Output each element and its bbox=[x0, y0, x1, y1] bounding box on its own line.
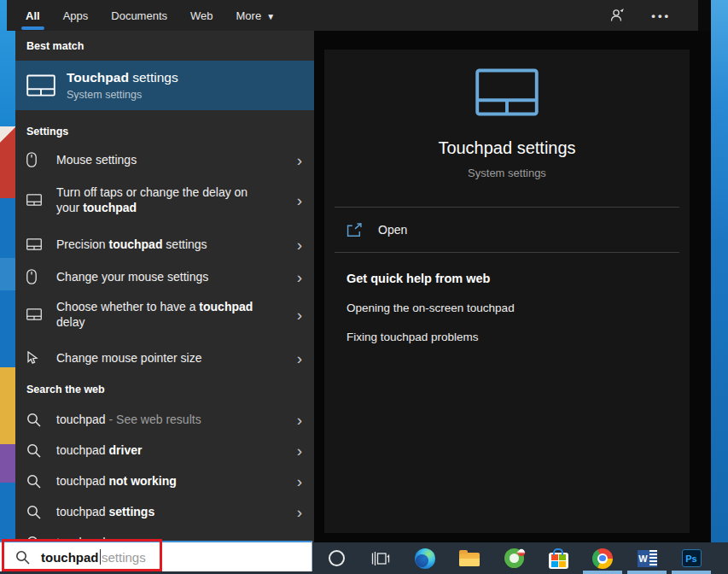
help-link-onscreen-touchpad[interactable]: Opening the on-screen touchpad bbox=[347, 302, 690, 314]
tab-web[interactable]: Web bbox=[190, 9, 213, 22]
web-result-touchpad[interactable]: touchpad - See web results bbox=[15, 404, 314, 435]
tab-all[interactable]: All bbox=[26, 9, 40, 22]
web-result-touchpad-driver[interactable]: touchpad driver bbox=[15, 435, 314, 466]
mouse-icon bbox=[26, 269, 49, 284]
app-partial-icon[interactable] bbox=[713, 542, 728, 574]
chevron-right-icon[interactable] bbox=[297, 307, 302, 323]
section-header-search-web: Search the web bbox=[26, 382, 314, 397]
tab-documents[interactable]: Documents bbox=[111, 9, 167, 22]
more-options-icon[interactable]: ••• bbox=[651, 9, 671, 22]
running-indicator bbox=[672, 571, 711, 574]
section-header-settings: Settings bbox=[26, 124, 314, 139]
chevron-right-icon[interactable] bbox=[297, 192, 302, 208]
taskbar-search-input[interactable]: touchpad settings bbox=[0, 541, 312, 571]
preview-card: Touchpad settings System settings Open G… bbox=[324, 50, 690, 533]
search-icon bbox=[26, 413, 49, 427]
chevron-right-icon[interactable] bbox=[297, 442, 302, 459]
mouse-icon bbox=[26, 152, 49, 167]
search-results-panel: Best match Touchpad settings System sett… bbox=[15, 31, 314, 542]
open-external-icon bbox=[347, 223, 363, 237]
best-match-title: Touchpad settings bbox=[67, 70, 178, 85]
touchpad-icon bbox=[26, 308, 49, 320]
web-result-touchpad-settings[interactable]: touchpad settings bbox=[15, 496, 314, 527]
account-icon[interactable] bbox=[609, 7, 626, 24]
photoshop-icon[interactable]: Ps bbox=[669, 542, 713, 574]
chevron-right-icon[interactable] bbox=[297, 412, 302, 428]
touchpad-icon bbox=[26, 74, 55, 97]
help-header: Get quick help from web bbox=[347, 272, 690, 285]
tab-more[interactable]: More▼ bbox=[236, 9, 276, 22]
search-icon bbox=[15, 550, 30, 565]
text-cursor bbox=[100, 549, 102, 565]
search-icon bbox=[26, 474, 49, 489]
chevron-right-icon[interactable] bbox=[297, 473, 302, 489]
search-inline-suggestion: settings bbox=[102, 550, 146, 565]
task-view-icon[interactable] bbox=[358, 542, 403, 574]
cortana-icon[interactable] bbox=[314, 542, 358, 574]
result-change-mouse-settings[interactable]: Change your mouse settings bbox=[15, 261, 314, 292]
preview-panel: Touchpad settings System settings Open G… bbox=[314, 31, 711, 542]
chevron-right-icon[interactable] bbox=[297, 152, 302, 168]
chevron-right-icon[interactable] bbox=[297, 237, 302, 253]
section-header-best-match: Best match bbox=[26, 38, 314, 54]
chevron-right-icon[interactable] bbox=[297, 269, 302, 285]
chevron-right-icon[interactable] bbox=[297, 350, 302, 366]
file-explorer-icon[interactable] bbox=[447, 542, 492, 574]
microsoft-store-icon[interactable] bbox=[536, 542, 580, 574]
windows-search-screen: All Apps Documents Web More▼ ••• Best ma… bbox=[0, 0, 728, 574]
chevron-down-icon: ▼ bbox=[266, 12, 275, 21]
result-pointer-size[interactable]: Change mouse pointer size bbox=[15, 343, 314, 373]
best-match-subtitle: System settings bbox=[67, 89, 178, 101]
web-result-touchpad-not-working[interactable]: touchpad not working bbox=[15, 466, 314, 496]
chevron-right-icon[interactable] bbox=[297, 504, 302, 520]
result-mouse-settings[interactable]: Mouse settings bbox=[15, 144, 314, 175]
result-precision-touchpad[interactable]: Precision touchpad settings bbox=[15, 229, 314, 260]
search-icon bbox=[26, 505, 49, 519]
pointer-icon bbox=[26, 351, 49, 365]
touchpad-icon bbox=[475, 68, 539, 120]
result-touchpad-delay[interactable]: Choose whether to have a touchpad delay bbox=[15, 292, 314, 337]
coccoc-browser-icon[interactable] bbox=[492, 542, 536, 574]
search-icon bbox=[26, 443, 49, 458]
tab-apps[interactable]: Apps bbox=[63, 9, 89, 22]
search-filter-tabs: All Apps Documents Web More▼ ••• bbox=[7, 0, 698, 31]
search-query-text: touchpad bbox=[41, 550, 99, 565]
open-action[interactable]: Open bbox=[324, 208, 690, 252]
result-turn-off-taps[interactable]: Turn off taps or change the delay on you… bbox=[15, 178, 314, 222]
word-icon[interactable]: W bbox=[625, 542, 669, 574]
help-link-fixing-problems[interactable]: Fixing touchpad problems bbox=[347, 331, 690, 343]
best-match-result[interactable]: Touchpad settings System settings bbox=[15, 61, 314, 110]
running-indicator bbox=[627, 571, 667, 574]
preview-subtitle: System settings bbox=[324, 167, 690, 179]
desktop-wallpaper-right bbox=[711, 0, 728, 542]
chrome-icon[interactable] bbox=[580, 542, 625, 574]
desktop-wallpaper-left bbox=[0, 0, 15, 542]
open-label: Open bbox=[378, 223, 407, 237]
edge-icon[interactable] bbox=[403, 542, 447, 574]
touchpad-icon bbox=[26, 194, 49, 206]
running-indicator bbox=[583, 571, 622, 574]
preview-title: Touchpad settings bbox=[324, 138, 690, 158]
touchpad-icon bbox=[26, 238, 49, 250]
